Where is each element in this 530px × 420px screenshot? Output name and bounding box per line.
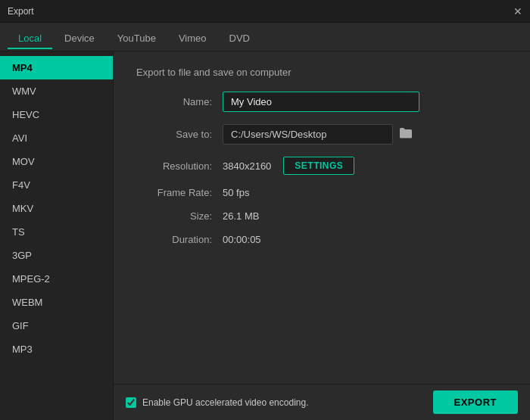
tab-bar: Local Device YouTube Vimeo DVD (0, 23, 530, 51)
close-button[interactable]: ✕ (513, 5, 522, 17)
gpu-checkbox[interactable] (126, 397, 136, 408)
frame-rate-value: 50 fps (223, 187, 249, 198)
name-input[interactable] (223, 92, 419, 112)
sidebar-item-avi[interactable]: AVI (0, 126, 113, 150)
sidebar-item-3gp[interactable]: 3GP (0, 244, 113, 267)
sidebar-item-mp4[interactable]: MP4 (0, 56, 113, 79)
save-to-row: Save to: (136, 124, 507, 145)
main-container: MP4 WMV HEVC AVI MOV F4V MKV TS 3GP MPEG… (0, 51, 530, 420)
settings-button[interactable]: SETTINGS (283, 157, 354, 175)
tab-local[interactable]: Local (8, 29, 52, 49)
tab-youtube[interactable]: YouTube (107, 29, 167, 49)
sidebar-item-hevc[interactable]: HEVC (0, 103, 113, 126)
tab-device[interactable]: Device (54, 29, 105, 49)
save-to-label: Save to: (136, 129, 212, 140)
size-value: 26.1 MB (223, 210, 259, 222)
resolution-row: Resolution: 3840x2160 SETTINGS (136, 157, 507, 175)
name-row: Name: (136, 92, 507, 112)
bottom-bar: Enable GPU accelerated video encoding. E… (114, 384, 530, 420)
sidebar-item-mkv[interactable]: MKV (0, 197, 113, 220)
sidebar-item-gif[interactable]: GIF (0, 314, 113, 338)
window-title: Export (8, 6, 34, 17)
sidebar: MP4 WMV HEVC AVI MOV F4V MKV TS 3GP MPEG… (0, 51, 114, 420)
resolution-label: Resolution: (136, 160, 212, 172)
resolution-value: 3840x2160 (223, 160, 271, 172)
export-button[interactable]: EXPORT (433, 390, 518, 414)
gpu-checkbox-label[interactable]: Enable GPU accelerated video encoding. (126, 397, 308, 408)
frame-rate-row: Frame Rate: 50 fps (136, 187, 507, 198)
content-panel: Export to file and save on computer Name… (114, 51, 530, 384)
save-to-container (223, 124, 413, 145)
size-label: Size: (136, 210, 212, 222)
resolution-container: 3840x2160 SETTINGS (223, 157, 354, 175)
gpu-checkbox-text: Enable GPU accelerated video encoding. (142, 397, 308, 408)
name-label: Name: (136, 96, 212, 107)
sidebar-item-wmv[interactable]: WMV (0, 79, 113, 103)
sidebar-item-f4v[interactable]: F4V (0, 173, 113, 197)
sidebar-item-mpeg2[interactable]: MPEG-2 (0, 267, 113, 291)
content-wrapper: Export to file and save on computer Name… (114, 51, 530, 420)
sidebar-item-ts[interactable]: TS (0, 220, 113, 244)
tab-vimeo[interactable]: Vimeo (168, 29, 217, 49)
size-row: Size: 26.1 MB (136, 210, 507, 222)
title-bar: Export ✕ (0, 0, 530, 23)
save-to-input[interactable] (223, 124, 393, 145)
frame-rate-label: Frame Rate: (136, 187, 212, 198)
tab-dvd[interactable]: DVD (219, 29, 260, 49)
duration-label: Duration: (136, 234, 212, 245)
sidebar-item-webm[interactable]: WEBM (0, 291, 113, 314)
duration-value: 00:00:05 (223, 234, 261, 245)
section-title: Export to file and save on computer (136, 67, 507, 78)
folder-button[interactable] (399, 127, 413, 142)
duration-row: Duration: 00:00:05 (136, 234, 507, 245)
sidebar-item-mp3[interactable]: MP3 (0, 338, 113, 361)
sidebar-item-mov[interactable]: MOV (0, 150, 113, 173)
